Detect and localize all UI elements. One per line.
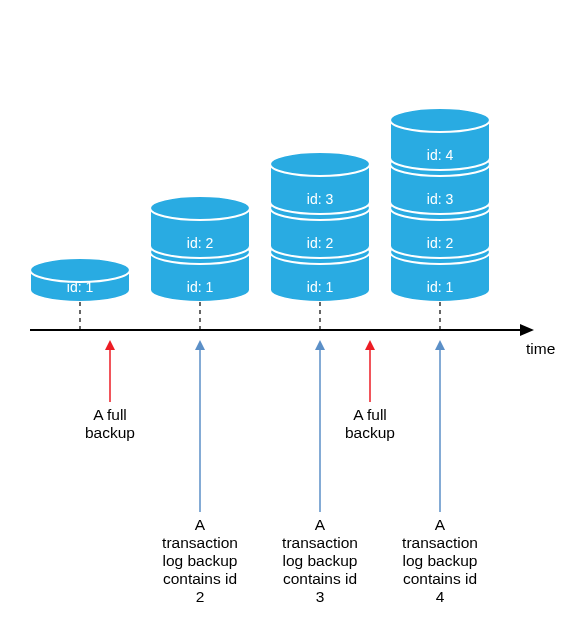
svg-marker-25 bbox=[315, 340, 325, 350]
stack-1-disk-1: id: 2 bbox=[150, 196, 250, 258]
disk-label: id: 1 bbox=[67, 279, 94, 295]
svg-marker-23 bbox=[195, 340, 205, 350]
event-2-label-line-0: A bbox=[315, 516, 326, 533]
svg-marker-29 bbox=[435, 340, 445, 350]
disk-label: id: 2 bbox=[307, 235, 334, 251]
event-0-label-line-1: backup bbox=[85, 424, 135, 441]
disk-label: id: 4 bbox=[427, 147, 454, 163]
event-4-label-line-2: log backup bbox=[403, 552, 478, 569]
event-4-label-line-4: 4 bbox=[436, 588, 445, 605]
event-3-label-line-1: backup bbox=[345, 424, 395, 441]
event-3-full: A fullbackup bbox=[345, 340, 395, 441]
event-2-label-line-1: transaction bbox=[282, 534, 358, 551]
event-2-label-line-3: contains id bbox=[283, 570, 357, 587]
disk-label: id: 3 bbox=[427, 191, 454, 207]
event-4-label-line-1: transaction bbox=[402, 534, 478, 551]
event-1-label-line-2: log backup bbox=[163, 552, 238, 569]
event-0-label-line-0: A full bbox=[93, 406, 127, 423]
event-1-label-line-3: contains id bbox=[163, 570, 237, 587]
event-1-label-line-1: transaction bbox=[162, 534, 238, 551]
disk-label: id: 1 bbox=[427, 279, 454, 295]
disk-label: id: 1 bbox=[187, 279, 214, 295]
stack-3-disk-3: id: 4 bbox=[390, 108, 490, 170]
event-0-full: A fullbackup bbox=[85, 340, 135, 441]
svg-marker-21 bbox=[105, 340, 115, 350]
event-1-label-line-0: A bbox=[195, 516, 206, 533]
time-axis-arrowhead bbox=[520, 324, 534, 336]
svg-marker-27 bbox=[365, 340, 375, 350]
stack-2-disk-2: id: 3 bbox=[270, 152, 370, 214]
stack-0-disk-0: id: 1 bbox=[30, 258, 130, 302]
backup-timeline-diagram: id: 1id: 1id: 2id: 1id: 2id: 3id: 1id: 2… bbox=[0, 0, 578, 638]
time-axis-label: time bbox=[526, 340, 555, 357]
event-1-tlog: Atransactionlog backupcontains id2 bbox=[162, 340, 238, 605]
event-1-label-line-4: 2 bbox=[196, 588, 205, 605]
event-2-label-line-4: 3 bbox=[316, 588, 325, 605]
event-4-label-line-0: A bbox=[435, 516, 446, 533]
disk-label: id: 2 bbox=[427, 235, 454, 251]
event-2-tlog: Atransactionlog backupcontains id3 bbox=[282, 340, 358, 605]
event-4-tlog: Atransactionlog backupcontains id4 bbox=[402, 340, 478, 605]
disk-label: id: 2 bbox=[187, 235, 214, 251]
disk-label: id: 3 bbox=[307, 191, 334, 207]
event-2-label-line-2: log backup bbox=[283, 552, 358, 569]
event-4-label-line-3: contains id bbox=[403, 570, 477, 587]
disk-label: id: 1 bbox=[307, 279, 334, 295]
event-3-label-line-0: A full bbox=[353, 406, 387, 423]
